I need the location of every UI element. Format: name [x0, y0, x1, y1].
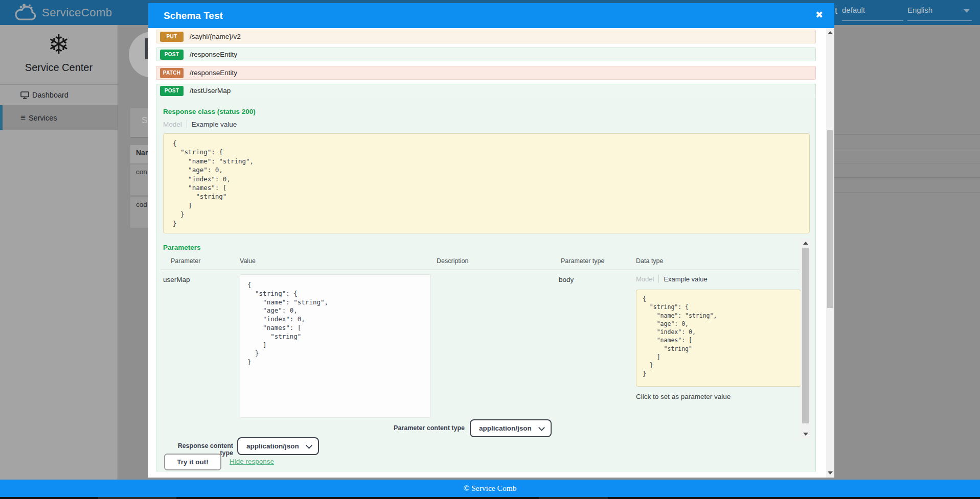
- modal-header: Schema Test ✖: [148, 3, 834, 28]
- page-footer: © Service Comb: [0, 480, 980, 497]
- set-parameter-hint: Click to set as parameter value: [636, 393, 731, 400]
- background-table-header-fragment: Nar: [130, 145, 148, 163]
- tab-model[interactable]: Model: [163, 121, 182, 128]
- cloud-logo-icon: [13, 4, 38, 22]
- sidebar-item-label: Dashboard: [32, 91, 69, 99]
- method-badge: PATCH: [160, 68, 184, 78]
- sidebar-item-label: Services: [29, 114, 57, 122]
- endpoint-path: /sayhi/{name}/v2: [190, 30, 241, 43]
- response-example-box: { "string": { "name": "string", "age": 0…: [163, 133, 810, 233]
- column-header-parameter-type: Parameter type: [561, 257, 604, 265]
- parameter-content-type-select[interactable]: application/json: [470, 419, 552, 437]
- background-table-row-fragment: cod: [130, 197, 148, 228]
- parameter-content-type-label: Parameter content type: [240, 424, 465, 432]
- background-row-line: [834, 177, 980, 178]
- endpoint-path: /responseEntity: [190, 48, 237, 61]
- endpoint-row[interactable]: POST /testUserMap: [156, 84, 816, 98]
- method-badge: PUT: [160, 32, 184, 42]
- parameter-content-type-value: application/json: [479, 420, 532, 436]
- parameter-type-value: body: [559, 276, 574, 283]
- endpoint-path: /testUserMap: [190, 84, 231, 98]
- project-value: default: [842, 6, 865, 14]
- method-badge: POST: [160, 86, 184, 96]
- scroll-down-icon[interactable]: [828, 471, 833, 474]
- column-header-value: Value: [240, 257, 256, 265]
- tab-example-value[interactable]: Example value: [664, 275, 707, 283]
- column-header-data-type: Data type: [636, 257, 664, 265]
- sidebar-item-dashboard[interactable]: Dashboard: [0, 85, 118, 105]
- method-badge: POST: [160, 50, 184, 60]
- schema-test-modal: Schema Test ✖ PUT /sayhi/{name}/v2 POST …: [148, 3, 834, 478]
- hidden-label-fragment: t: [835, 6, 837, 16]
- close-icon[interactable]: ✖: [815, 9, 823, 20]
- hide-response-link[interactable]: Hide response: [230, 458, 274, 465]
- copyright-text: © Service Comb: [464, 484, 517, 492]
- modal-scrollbar[interactable]: [826, 28, 834, 478]
- scroll-up-icon[interactable]: [828, 31, 833, 34]
- response-content-type-select[interactable]: application/json: [237, 437, 319, 455]
- background-row-line: [834, 163, 980, 163]
- table-header-rule: [161, 270, 800, 270]
- operation-panel: Response class (status 200) Model Exampl…: [156, 98, 816, 471]
- scroll-down-icon[interactable]: [803, 433, 808, 436]
- data-type-example-json: { "string": { "name": "string", "age": 0…: [636, 290, 801, 383]
- background-row-line: [834, 192, 980, 193]
- tab-model[interactable]: Model: [636, 275, 654, 283]
- response-content-type-value: application/json: [246, 438, 299, 454]
- background-row-line: [834, 149, 980, 149]
- bottom-strip: [0, 497, 980, 499]
- monitor-icon: [20, 91, 29, 99]
- column-header-parameter: Parameter: [171, 257, 200, 265]
- language-underline: [907, 20, 972, 21]
- menu-icon: ≡: [20, 113, 26, 122]
- response-class-heading: Response class (status 200): [163, 108, 256, 115]
- endpoint-row[interactable]: POST /responseEntity: [156, 47, 816, 61]
- data-type-example-box[interactable]: { "string": { "name": "string", "age": 0…: [636, 290, 801, 387]
- tab-divider: [187, 120, 187, 128]
- parameters-heading: Parameters: [163, 244, 201, 251]
- language-value: English: [907, 6, 932, 14]
- endpoint-row[interactable]: PATCH /responseEntity: [156, 66, 816, 80]
- chevron-down-icon: [306, 442, 312, 449]
- background-divider: [130, 137, 148, 138]
- sidebar-item-services[interactable]: ≡ Services: [0, 105, 118, 130]
- project-underline: [842, 20, 903, 21]
- parameters-scrollbar[interactable]: [801, 239, 810, 439]
- response-example-json: { "string": { "name": "string", "age": 0…: [164, 134, 809, 233]
- scrollbar-thumb[interactable]: [802, 248, 809, 423]
- try-it-out-button[interactable]: Try it out!: [164, 454, 221, 470]
- response-tabs: Model Example value: [163, 120, 237, 128]
- data-type-tabs: Model Example value: [636, 275, 708, 283]
- background-table-row-fragment: con: [130, 164, 148, 195]
- endpoint-path: /responseEntity: [190, 66, 237, 80]
- parameter-name: userMap: [163, 276, 190, 283]
- language-caret-icon: [964, 9, 970, 13]
- scroll-up-icon[interactable]: [803, 242, 808, 245]
- background-toolbar-fragment: S: [130, 108, 148, 137]
- background-row-line: [834, 134, 980, 135]
- modal-title: Schema Test: [164, 3, 223, 28]
- servicecomb-logo: ServiceComb: [13, 4, 112, 22]
- snowflake-icon: ❄: [0, 30, 118, 59]
- column-header-description: Description: [437, 257, 469, 265]
- language-select[interactable]: English: [907, 6, 972, 14]
- chevron-down-icon: [538, 424, 545, 431]
- endpoint-row[interactable]: PUT /sayhi/{name}/v2: [156, 30, 816, 43]
- scrollbar-thumb[interactable]: [827, 130, 833, 308]
- tab-example-value[interactable]: Example value: [192, 121, 237, 128]
- tab-divider: [658, 275, 659, 283]
- sidebar: ❄ Service Center Dashboard ≡ Services: [0, 25, 118, 480]
- parameter-value-textarea[interactable]: { "string": { "name": "string", "age": 0…: [240, 274, 431, 418]
- brand-name: ServiceComb: [42, 6, 112, 19]
- sidebar-title: Service Center: [0, 62, 118, 74]
- project-input[interactable]: default: [842, 6, 903, 14]
